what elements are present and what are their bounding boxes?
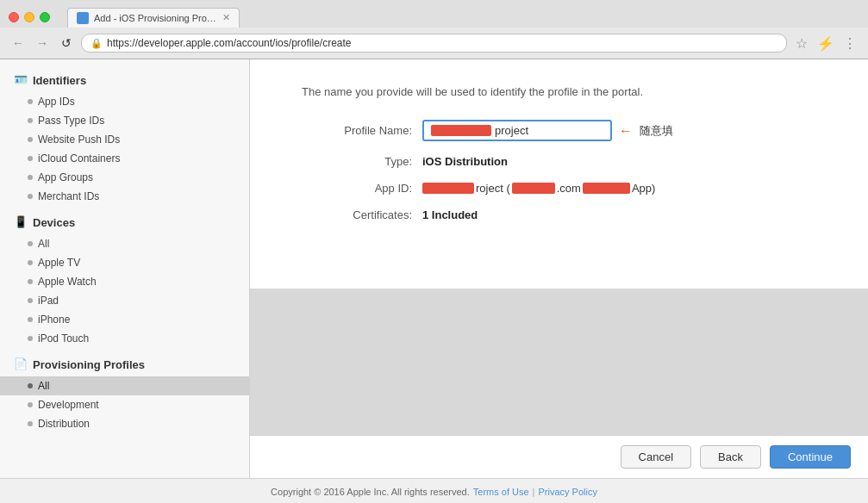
sidebar-item-label: All (38, 380, 49, 392)
tab-favicon (77, 12, 89, 24)
identifiers-section: 🪪 Identifiers App IDs Pass Type IDs Webs… (0, 68, 249, 206)
refresh-button[interactable]: ↺ (57, 34, 76, 53)
provisioning-icon: 📄 (14, 357, 28, 371)
dot-icon (28, 118, 33, 123)
back-button[interactable]: Back (700, 445, 761, 469)
terms-of-use-link[interactable]: Terms of Use (473, 487, 529, 497)
sidebar-item-label: Distribution (38, 418, 90, 430)
dot-icon (28, 421, 33, 426)
redacted-app-id-3 (583, 183, 630, 194)
redacted-name (431, 125, 491, 136)
traffic-lights (9, 12, 50, 22)
provisioning-section: 📄 Provisioning Profiles All Development … (0, 352, 249, 433)
arrow-icon: ← (619, 123, 633, 139)
hint-text: 随意填 (640, 123, 673, 139)
sidebar-item-label: iPhone (38, 314, 70, 326)
dot-icon (28, 241, 33, 246)
sidebar-item-app-ids[interactable]: App IDs (0, 92, 249, 111)
sidebar-item-all-devices[interactable]: All (0, 234, 249, 253)
sidebar-item-label: iPod Touch (38, 332, 89, 345)
sidebar-item-ipad[interactable]: iPad (0, 291, 249, 310)
app-id-domain: .com (557, 182, 581, 195)
certificates-row: Certificates: 1 Included (302, 208, 816, 221)
menu-button[interactable]: ⋮ (840, 34, 859, 53)
type-value: iOS Distribution (422, 155, 508, 168)
sidebar-item-development[interactable]: Development (0, 395, 249, 414)
continue-button[interactable]: Continue (770, 445, 851, 469)
sidebar-item-ipod-touch[interactable]: iPod Touch (0, 329, 249, 348)
privacy-policy-link[interactable]: Privacy Policy (538, 487, 596, 497)
active-tab[interactable]: Add - iOS Provisioning Profiles ✕ (67, 8, 240, 28)
footer-bar: Cancel Back Continue (250, 435, 868, 478)
back-button[interactable]: ← (9, 34, 28, 53)
profile-name-row: Profile Name: project ← 随意填 (302, 120, 816, 141)
devices-icon: 📱 (14, 215, 28, 229)
profile-name-suffix: project (495, 124, 528, 137)
cancel-button[interactable]: Cancel (621, 445, 691, 469)
redacted-app-id-1 (422, 183, 474, 194)
dot-icon (28, 175, 33, 180)
sidebar-item-merchant-ids[interactable]: Merchant IDs (0, 187, 249, 206)
sidebar-item-label: Pass Type IDs (38, 115, 104, 127)
title-bar: Add - iOS Provisioning Profiles ✕ (0, 0, 868, 28)
sidebar-item-app-groups[interactable]: App Groups (0, 168, 249, 187)
sidebar-item-distribution[interactable]: Distribution (0, 414, 249, 433)
lock-icon: 🔒 (91, 38, 103, 49)
dot-icon (28, 279, 33, 284)
profile-name-input-group: project ← 随意填 (422, 120, 673, 141)
profile-name-label: Profile Name: (302, 124, 422, 137)
sidebar-item-label: App Groups (38, 171, 93, 183)
certificates-value: 1 Included (422, 208, 478, 221)
extensions-button[interactable]: ⚡ (816, 34, 835, 53)
url-text: https://developer.apple.com/account/ios/… (107, 37, 352, 49)
info-text: The name you provide will be used to ide… (302, 85, 816, 98)
forward-button[interactable]: → (33, 34, 52, 53)
address-bar[interactable]: 🔒 https://developer.apple.com/account/io… (81, 34, 787, 53)
content-area: The name you provide will be used to ide… (250, 59, 868, 289)
profile-name-field-wrapper[interactable]: project (422, 120, 612, 141)
sidebar-item-label: iCloud Containers (38, 152, 120, 165)
tab-title: Add - iOS Provisioning Profiles (94, 13, 217, 23)
dot-icon (28, 156, 33, 161)
dot-icon (28, 260, 33, 265)
copyright-text: Copyright © 2016 Apple Inc. All rights r… (271, 487, 470, 497)
dot-icon (28, 194, 33, 199)
sidebar-item-icloud-containers[interactable]: iCloud Containers (0, 149, 249, 168)
dot-icon (28, 402, 33, 407)
browser-chrome: Add - iOS Provisioning Profiles ✕ ← → ↺ … (0, 0, 868, 59)
sidebar-item-apple-watch[interactable]: Apple Watch (0, 272, 249, 291)
identifiers-header: 🪪 Identifiers (0, 68, 249, 92)
app-id-suffix: App) (632, 182, 655, 195)
identifiers-icon: 🪪 (14, 73, 28, 87)
tab-close-button[interactable]: ✕ (222, 12, 230, 23)
maximize-window-button[interactable] (40, 12, 50, 22)
sidebar-item-apple-tv[interactable]: Apple TV (0, 253, 249, 272)
sidebar-item-label: Development (38, 399, 99, 411)
app-id-label: App ID: (302, 182, 422, 195)
sidebar-item-all-profiles[interactable]: All (0, 376, 249, 395)
footer-separator: | (533, 487, 535, 497)
app-id-row: App ID: roject ( .com App) (302, 182, 816, 195)
minimize-window-button[interactable] (24, 12, 34, 22)
devices-label: Devices (33, 216, 75, 229)
nav-actions: ☆ ⚡ ⋮ (792, 34, 859, 53)
sidebar: 🪪 Identifiers App IDs Pass Type IDs Webs… (0, 59, 250, 478)
app-id-value: roject ( .com App) (422, 182, 655, 195)
certificates-label: Certificates: (302, 208, 422, 221)
sidebar-item-label: All (38, 238, 49, 250)
page-body: 🪪 Identifiers App IDs Pass Type IDs Webs… (0, 59, 868, 478)
dot-icon (28, 137, 33, 142)
dot-icon (28, 336, 33, 341)
page-footer: Copyright © 2016 Apple Inc. All rights r… (0, 478, 868, 503)
tab-bar: Add - iOS Provisioning Profiles ✕ (67, 8, 240, 28)
sidebar-item-website-push-ids[interactable]: Website Push IDs (0, 130, 249, 149)
sidebar-item-label: App IDs (38, 96, 75, 108)
sidebar-item-iphone[interactable]: iPhone (0, 310, 249, 329)
close-window-button[interactable] (9, 12, 19, 22)
type-label: Type: (302, 155, 422, 168)
sidebar-item-pass-type-ids[interactable]: Pass Type IDs (0, 111, 249, 130)
bookmark-button[interactable]: ☆ (792, 34, 811, 53)
sidebar-item-label: Apple TV (38, 257, 80, 269)
devices-section: 📱 Devices All Apple TV Apple Watch iPad (0, 210, 249, 348)
sidebar-item-label: Apple Watch (38, 276, 97, 288)
